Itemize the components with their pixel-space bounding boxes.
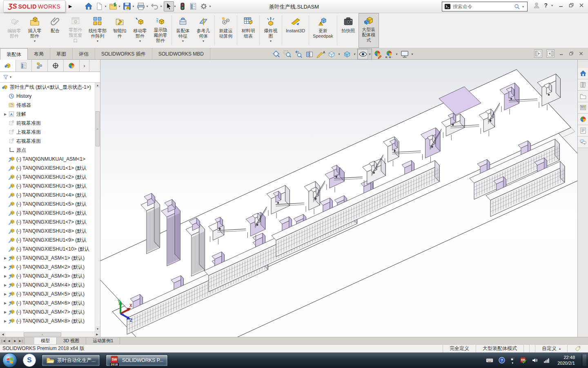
ribbon-button-exploded-view[interactable]: 爆炸视 图▾ [261,13,281,48]
dropdown-caret[interactable]: ▾ [410,52,414,56]
expand-arrow-icon[interactable]: ▶ [2,292,8,296]
tree-item-component[interactable]: ▶(-) TANQINGJI_ASM<4> (默认) [0,280,95,289]
featuremanager-tree-tab-icon[interactable] [0,60,16,72]
first-tab-icon[interactable]: ❘◀ [0,337,6,344]
volume-icon[interactable] [531,357,539,364]
start-button[interactable] [2,353,17,368]
ribbon-button-new-motion-study[interactable]: 新建运 动算例 [216,13,236,48]
ribbon-button-edit-component[interactable]: 编辑零 部件 [4,13,24,48]
tree-item-origin[interactable]: 原点 [0,146,95,155]
ribbon-button-large-assembly-mode[interactable]: 大型装 配体模 式 [359,13,379,48]
expand-arrow-icon[interactable]: ▶ [2,112,8,116]
file-explorer-icon[interactable] [578,91,588,102]
taskbar-folder-window[interactable]: 茶叶自动化生产... [42,355,100,366]
hide-show-items-icon[interactable] [358,49,368,59]
close-icon[interactable] [578,2,585,9]
last-tab-icon[interactable]: ▶❘ [18,337,24,344]
ribbon-button-smart-fasteners[interactable]: 智能扣 件 [109,13,130,48]
tab-solidworks-addins[interactable]: SOLIDWORKS 插件 [95,48,152,59]
tree-filter-bar[interactable]: ▾ [0,72,100,83]
menu-flyout-arrow-icon[interactable]: ▶ [69,4,72,9]
ribbon-button-mate[interactable]: 配合 [45,13,65,48]
tree-root[interactable]: 茶叶生产线 (默认<默认_显示状态-1>) [0,83,95,92]
network-signal-icon[interactable] [543,357,550,364]
dropdown-caret[interactable]: ▾ [209,4,211,8]
tree-vertical-scrollbar[interactable]: ▲ ≡ ▼ [95,83,100,332]
scroll-down-icon[interactable]: ▼ [95,326,100,332]
doc-minimize-icon[interactable] [559,51,564,56]
next-pane-icon[interactable] [546,49,555,58]
more-tabs-chevron-icon[interactable]: › [80,60,89,72]
tree-item-component[interactable]: ▶(-) TANQINGJI_ASM<1> (默认) [0,254,95,263]
tree-item-component[interactable]: (-) TANQINGXIESHU1<8> (默认 [0,227,95,236]
sogou-browser-icon[interactable]: S [23,354,36,367]
solidworks-forum-icon[interactable] [578,137,588,148]
zoom-to-fit-icon[interactable] [271,49,281,59]
tree-item-component[interactable]: (-) TANQINGXIESHU1<5> (默认 [0,200,95,209]
dropdown-caret[interactable]: ▾ [133,4,134,8]
tab-3d-views[interactable]: 3D 视图 [57,337,86,344]
previous-view-icon[interactable] [293,49,303,59]
ribbon-button-linear-component-pattern[interactable]: 线性零部 件阵列▾ [86,13,109,48]
print-icon[interactable] [136,1,146,11]
view-orientation-icon[interactable] [326,49,336,59]
ribbon-button-instant3d[interactable]: Instant3D [283,13,308,48]
view-palette-icon[interactable] [578,102,588,114]
tree-item-top-plane[interactable]: 上视基准面 [0,128,95,137]
filter-funnel-icon[interactable] [2,74,9,81]
tree-item-component[interactable]: ▶(-) TANQINGJI_ASM<2> (默认) [0,263,95,272]
tab-assembly[interactable]: 装配体 [0,48,28,60]
dropdown-caret[interactable]: ▾ [97,39,98,43]
custom-properties-icon[interactable] [578,125,588,137]
tree-item-history[interactable]: History [0,92,95,101]
tab-sketch[interactable]: 草图 [50,48,73,59]
zoom-to-area-icon[interactable] [282,49,292,59]
section-view-icon[interactable] [304,49,314,59]
home-icon[interactable] [83,1,94,11]
ribbon-button-take-snapshot[interactable]: 拍快照 [338,13,359,48]
doc-close-icon[interactable] [578,51,584,56]
tree-item-component[interactable]: ▶(-) TANQINGJI_ASM<3> (默认) [0,272,95,280]
expand-arrow-icon[interactable]: ▶ [2,265,8,269]
dropdown-caret[interactable]: ▾ [118,4,120,8]
tree-item-component[interactable]: (-) TANQINGXIESHU1<2> (默认 [0,173,95,182]
edit-appearance-icon[interactable] [373,49,383,59]
ribbon-button-show-hidden-components[interactable]: 显示隐 藏的零 部件 [150,13,171,48]
tree-item-component[interactable]: (-) TANQINGXIESHU1<10> (默认 [0,245,95,254]
design-library-icon[interactable] [578,79,588,91]
tree-horizontal-scrollbar[interactable]: ◀ ≡ ▶ [0,332,100,337]
dropdown-caret[interactable]: ▾ [10,75,11,79]
scroll-right-icon[interactable]: ▶ [94,332,100,337]
previous-tab-icon[interactable]: ◀ [6,337,12,344]
expand-arrow-icon[interactable]: ▶ [2,310,8,314]
tree-item-component[interactable]: ▶(-) TANQINGJI_ASM<7> (默认) [0,307,95,316]
scrollbar-thumb[interactable]: ≡ [96,111,100,146]
login-user-icon[interactable] [533,2,540,9]
expand-arrow-icon[interactable]: ▶ [2,256,8,260]
open-document-icon[interactable] [108,1,118,11]
dropdown-caret[interactable]: ▾ [353,52,356,56]
ribbon-button-component-preview-window[interactable]: 零部件 预览窗 口 [65,13,86,48]
annotation-visibility-icon[interactable]: A [315,49,325,59]
undo-icon[interactable] [150,1,160,11]
dropdown-caret[interactable]: ▾ [139,39,141,43]
solidworks-rx-tray-icon[interactable]: SW [519,357,527,364]
dropdown-caret[interactable]: ▾ [270,39,272,43]
dropdown-caret[interactable]: ▾ [174,4,176,8]
dropdown-caret[interactable]: ▾ [147,4,148,8]
dimxpert-manager-tab-icon[interactable] [48,60,64,72]
dropdown-caret[interactable]: ▾ [34,39,36,43]
display-style-icon[interactable] [342,49,352,59]
property-manager-tab-icon[interactable] [16,60,32,72]
tree-item-component[interactable]: (-) TANQINGXIESHU1<3> (默认 [0,182,95,191]
tree-item-annotations[interactable]: ▶A注解 [0,110,95,119]
task-pane-home-icon[interactable] [578,68,588,79]
tab-model[interactable]: 模型 [34,337,57,344]
dropdown-caret[interactable]: ▾ [395,52,399,56]
tab-motion-study-1[interactable]: 运动算例1 [86,337,120,344]
new-document-icon[interactable] [94,1,104,11]
ribbon-button-insert-component[interactable]: 插入零 部件▾ [24,13,45,48]
next-tab-icon[interactable]: ▶ [12,337,18,344]
previous-pane-icon[interactable] [534,49,542,58]
dropdown-caret[interactable]: ▾ [337,52,341,56]
